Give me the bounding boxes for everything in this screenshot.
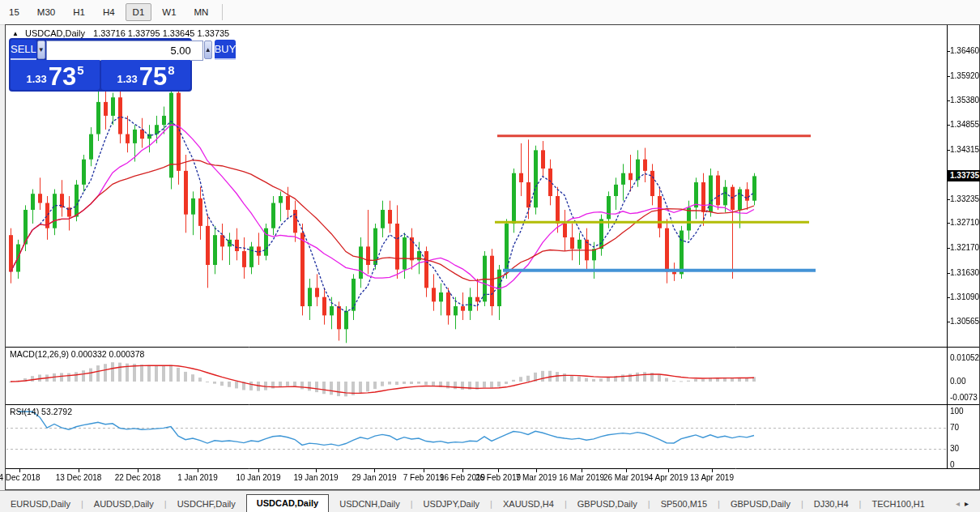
tab-usdcad-daily[interactable]: USDCAD,Daily [246, 494, 329, 512]
buy-price-pip: 8 [168, 63, 174, 77]
chart-window: ▲ USDCAD,Daily 1.33716 1.33795 1.33645 1… [5, 24, 980, 490]
price-axis-label: 1.34315 [950, 145, 980, 154]
tab-tech100-h1[interactable]: TECH100,H1 [861, 496, 935, 512]
date-axis-label: 19 Jan 2019 [286, 473, 346, 482]
price-axis-label: 1.34855 [950, 120, 980, 129]
rsi-axis-label: 0 [950, 460, 980, 469]
timeframe-button-h1[interactable]: H1 [66, 3, 92, 21]
date-axis-label: 13 Dec 2018 [49, 473, 109, 482]
tab-audusd-daily[interactable]: AUDUSD,Daily [83, 496, 164, 512]
macd-label: MACD(12,26,9) 0.000332 0.000378 [10, 349, 144, 359]
tab-scroll-right-icon[interactable]: ▸ [965, 499, 974, 508]
buy-price-main: 75 [139, 65, 167, 88]
timeframe-button-d1[interactable]: D1 [126, 3, 152, 21]
tab-eurusd-daily[interactable]: EURUSD,Daily [0, 496, 81, 512]
date-axis-label: 4 Dec 2018 [0, 473, 49, 482]
sell-button[interactable]: SELL [11, 40, 36, 60]
one-click-trading-panel: SELL ▼ ▲ BUY 1.33 73 5 1.33 75 8 [9, 38, 192, 92]
timeframe-toolbar: 15M30H1H4D1W1MN [0, 0, 980, 25]
chart-symbol: USDCAD,Daily [25, 28, 85, 38]
tab-scroll-arrows: ◂▸ [956, 499, 980, 512]
sell-price-display[interactable]: 1.33 73 5 [11, 60, 100, 90]
tick-direction-icon: ▲ [12, 30, 19, 37]
tab-usdcnh-daily[interactable]: USDCNH,Daily [329, 496, 411, 512]
tab-usdchf-daily[interactable]: USDCHF,Daily [167, 496, 246, 512]
timeframe-button-m30[interactable]: M30 [30, 3, 62, 21]
rsi-label: RSI(14) 53.2792 [10, 407, 72, 416]
volume-input[interactable] [46, 41, 203, 61]
timeframe-button-mn[interactable]: MN [187, 3, 216, 21]
tab-usdjpy-daily[interactable]: USDJPY,Daily [413, 496, 491, 512]
sell-price-main: 73 [49, 65, 76, 88]
current-price-badge: 1.33735 [948, 170, 980, 181]
sell-price-prefix: 1.33 [26, 73, 46, 85]
price-axis-label: 1.30565 [950, 317, 980, 326]
chart-ohlc-values: 1.33716 1.33795 1.33645 1.33735 [93, 28, 229, 38]
tab-xauusd-h4[interactable]: XAUUSD,H4 [492, 496, 565, 512]
price-axis-label: 1.32170 [950, 243, 980, 252]
chart-tab-bar: EURUSD,Daily|AUDUSD,Daily|USDCHF,DailyUS… [0, 490, 980, 512]
macd-axis-label: 0.010525 [950, 353, 980, 362]
volume-decrease-button[interactable]: ▼ [37, 41, 45, 59]
chart-title: ▲ USDCAD,Daily 1.33716 1.33795 1.33645 1… [12, 28, 229, 38]
sell-price-pip: 5 [77, 63, 83, 77]
price-axis-label: 1.36460 [950, 46, 980, 55]
chart-canvas[interactable] [6, 25, 979, 489]
price-axis-label: 1.35380 [950, 96, 980, 105]
date-axis-label: 13 Apr 2019 [682, 473, 742, 482]
rsi-axis-label: 30 [950, 444, 980, 453]
buy-price-display[interactable]: 1.33 75 8 [101, 60, 190, 90]
price-axis-label: 1.31090 [950, 292, 980, 301]
tab-sp500-m15[interactable]: SP500,M15 [650, 496, 718, 512]
rsi-axis-label: 70 [950, 423, 980, 432]
buy-button[interactable]: BUY [215, 40, 236, 60]
tab-scroll-left-icon[interactable]: ◂ [956, 499, 965, 508]
macd-axis-label: 0.00 [950, 377, 980, 386]
timeframe-button-15[interactable]: 15 [2, 3, 27, 21]
tab-gbpusd-daily[interactable]: GBPUSD,Daily [567, 496, 648, 512]
timeframe-button-w1[interactable]: W1 [155, 3, 183, 21]
date-axis-label: 1 Jan 2019 [168, 473, 228, 482]
volume-increase-button[interactable]: ▲ [204, 41, 212, 59]
tab-gbpusd-daily[interactable]: GBPUSD,Daily [720, 496, 801, 512]
price-axis-label: 1.33235 [950, 194, 980, 203]
price-axis-label: 1.32710 [950, 218, 980, 227]
price-axis-label: 1.31630 [950, 268, 980, 277]
timeframe-button-h4[interactable]: H4 [96, 3, 122, 21]
macd-axis-label: -0.0073 [950, 393, 980, 402]
tab-dj30-h4[interactable]: DJ30,H4 [803, 496, 859, 512]
toolbar-separator [222, 4, 223, 20]
date-axis-label: 10 Jan 2019 [228, 473, 288, 482]
date-axis-label: 22 Dec 2018 [108, 473, 168, 482]
price-axis-label: 1.35920 [950, 71, 980, 80]
buy-price-prefix: 1.33 [117, 73, 137, 85]
rsi-axis-label: 100 [950, 407, 980, 416]
